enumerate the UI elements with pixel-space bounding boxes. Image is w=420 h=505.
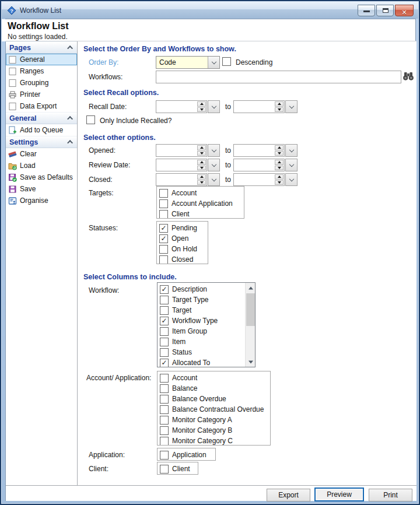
target-option[interactable]: Client [157,209,244,219]
column-option[interactable]: Item Group [158,326,245,336]
checkbox[interactable] [160,348,169,357]
calendar-dropdown-button[interactable] [208,159,220,171]
sidebar-item-grouping[interactable]: Grouping [6,77,77,89]
scroll-down-icon[interactable] [246,357,256,367]
column-option[interactable]: Target [158,305,245,315]
checkbox[interactable] [160,374,169,383]
target-option[interactable]: Account [157,188,244,198]
sidebar-item-organise[interactable]: Organise [6,195,77,206]
status-option[interactable]: On Hold [157,244,208,254]
spin-down-icon[interactable] [275,151,284,156]
column-option[interactable]: Application [158,450,215,460]
date-to-input[interactable] [233,173,285,186]
spin-down-icon[interactable] [197,107,206,113]
checkbox[interactable] [160,416,169,425]
checkbox[interactable] [159,245,168,254]
checkbox[interactable] [159,189,168,198]
calendar-dropdown-button[interactable] [208,100,220,113]
checkbox[interactable] [160,395,169,404]
date-from-input[interactable] [156,144,207,157]
order-by-combobox[interactable]: Code [156,56,220,69]
date-from-input[interactable] [156,159,207,171]
checkbox[interactable] [160,451,169,460]
checkbox[interactable]: ✓ [160,317,169,325]
checkbox[interactable]: ✓ [160,359,169,367]
spin-up-icon[interactable] [197,101,206,107]
status-option[interactable]: ✓ Pending [157,223,208,233]
calendar-dropdown-button[interactable] [285,144,298,157]
column-option[interactable]: Item [158,336,245,347]
calendar-dropdown-button[interactable] [285,173,298,186]
column-option[interactable]: ✓ Allocated To [158,357,245,367]
sidebar-item-load[interactable]: Load [6,160,77,171]
dropdown-button[interactable] [208,57,219,68]
checkbox[interactable] [160,327,169,336]
export-button[interactable]: Export [267,489,310,502]
column-option[interactable]: Target Type [158,294,245,305]
target-option[interactable]: Account Application [157,198,244,209]
sidebar-item-data-export[interactable]: Data Export [6,100,77,112]
sidebar-item-printer[interactable]: Printer [6,89,77,100]
checkbox[interactable] [159,210,168,219]
spin-up-icon[interactable] [275,145,284,150]
checkbox[interactable] [160,338,169,346]
only-include-recalled-checkbox[interactable] [86,115,95,124]
spin-up-icon[interactable] [197,174,206,180]
spin-down-icon[interactable] [275,166,284,171]
checkbox[interactable] [160,405,169,414]
column-option[interactable]: Client [158,464,198,474]
date-from-input[interactable] [156,173,207,186]
scroll-up-icon[interactable] [246,283,256,293]
checkbox[interactable]: ✓ [159,224,168,233]
spin-up-icon[interactable] [197,160,206,165]
column-option[interactable]: Balance Overdue [158,394,270,404]
date-to-input[interactable] [233,144,285,157]
status-option[interactable]: Closed [157,254,208,264]
checkbox[interactable] [160,426,169,435]
checkbox[interactable]: ✓ [159,234,168,243]
column-option[interactable]: Monitor Category B [158,425,270,436]
preview-button[interactable]: Preview [314,488,364,502]
titlebar[interactable]: ? Workflow List [2,2,418,19]
column-option[interactable]: Monitor Category C [158,436,270,446]
column-option[interactable]: Account [158,373,270,383]
descending-checkbox[interactable] [222,57,231,66]
maximize-button[interactable] [376,5,394,16]
date-to-input[interactable] [233,100,285,113]
workflows-input[interactable] [156,71,401,83]
vertical-scrollbar[interactable] [245,283,255,367]
checkbox[interactable] [160,437,169,446]
column-option[interactable]: ✓ Workflow Type [158,315,245,326]
calendar-dropdown-button[interactable] [285,100,298,113]
spin-down-icon[interactable] [275,180,284,185]
close-button[interactable] [395,5,414,16]
sidebar-group-settings[interactable]: Settings [6,136,77,148]
scrollbar-thumb[interactable] [246,293,255,326]
workflow-columns-listbox[interactable]: ✓ Description Target Type Target [157,282,256,367]
column-option[interactable]: Monitor Category A [158,415,270,425]
spin-up-icon[interactable] [197,145,206,150]
spin-down-icon[interactable] [197,180,206,185]
sidebar-group-pages[interactable]: Pages [6,41,77,54]
spin-up-icon[interactable] [275,160,284,165]
spin-down-icon[interactable] [197,151,206,156]
minimize-button[interactable] [358,5,375,16]
column-option[interactable]: Balance Contractual Overdue [158,404,270,415]
spin-up-icon[interactable] [275,101,284,107]
column-option[interactable]: ✓ Description [158,284,245,294]
print-button[interactable]: Print [369,489,412,502]
date-from-input[interactable] [156,100,207,113]
column-option[interactable]: Status [158,347,245,357]
checkbox[interactable] [160,306,169,315]
calendar-dropdown-button[interactable] [208,144,220,157]
checkbox[interactable] [159,255,168,264]
find-binoculars-icon[interactable] [402,71,414,83]
sidebar-item-save[interactable]: Save [6,183,77,195]
calendar-dropdown-button[interactable] [208,173,220,186]
sidebar-item-general[interactable]: General [6,54,77,65]
checkbox[interactable]: ✓ [160,285,169,294]
spin-up-icon[interactable] [275,174,284,180]
date-to-input[interactable] [233,159,285,171]
sidebar-item-save-as-defaults[interactable]: Save as Defaults [6,171,77,183]
sidebar-item-add-to-queue[interactable]: Add to Queue [6,124,77,136]
